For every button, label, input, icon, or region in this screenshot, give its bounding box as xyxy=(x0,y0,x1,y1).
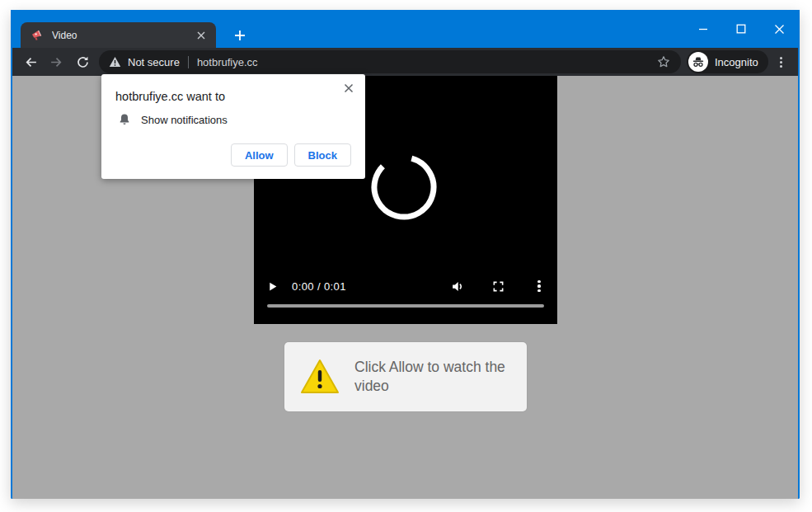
bookmark-star-icon[interactable] xyxy=(656,54,671,69)
incognito-label: Incognito xyxy=(715,56,758,68)
close-window-icon[interactable] xyxy=(760,10,798,48)
browser-menu-icon[interactable] xyxy=(771,52,791,72)
player-menu-icon[interactable] xyxy=(531,278,547,294)
security-label: Not secure xyxy=(128,56,180,68)
tab-close-icon[interactable] xyxy=(195,29,208,42)
megaphone-icon xyxy=(31,29,44,42)
omnibox-divider xyxy=(188,56,189,68)
fullscreen-icon[interactable] xyxy=(490,278,506,294)
page-content: 0:00 / 0:01 xyxy=(12,76,798,499)
window-controls xyxy=(684,10,798,48)
plus-icon xyxy=(234,30,246,41)
toolbar: Not secure hotbrufiye.cc Incognit xyxy=(12,48,798,76)
back-icon[interactable] xyxy=(21,52,40,72)
warning-message: Click Allow to watch the video xyxy=(354,358,511,396)
video-progress-bar[interactable] xyxy=(267,304,544,308)
spinner-icon xyxy=(367,150,441,224)
dialog-title: hotbrufiye.cc want to xyxy=(115,90,225,103)
time-display: 0:00 / 0:01 xyxy=(292,280,346,293)
allow-button[interactable]: Allow xyxy=(231,143,288,167)
minimize-icon[interactable] xyxy=(684,10,722,48)
incognito-icon xyxy=(692,55,705,68)
tab-title: Video xyxy=(52,30,195,41)
incognito-badge[interactable]: Incognito xyxy=(687,50,768,73)
browser-window: Video xyxy=(11,10,800,499)
browser-tab[interactable]: Video xyxy=(21,22,216,48)
address-bar[interactable]: Not secure hotbrufiye.cc xyxy=(99,50,681,73)
block-button[interactable]: Block xyxy=(294,143,351,167)
title-bar: Video xyxy=(12,10,798,48)
click-allow-banner: Click Allow to watch the video xyxy=(284,342,527,411)
forward-icon[interactable] xyxy=(46,52,66,72)
play-icon[interactable] xyxy=(264,278,280,294)
bell-icon xyxy=(118,113,131,126)
warning-triangle-icon xyxy=(299,358,340,396)
url-text[interactable]: hotbrufiye.cc xyxy=(197,56,656,68)
incognito-avatar xyxy=(688,52,708,72)
permission-label: Show notifications xyxy=(141,114,228,126)
warning-triangle-icon xyxy=(109,56,121,68)
maximize-icon[interactable] xyxy=(722,10,760,48)
reload-icon[interactable] xyxy=(73,52,92,72)
security-chip[interactable]: Not secure xyxy=(109,56,180,68)
permission-row: Show notifications xyxy=(118,113,228,126)
dialog-close-icon[interactable] xyxy=(342,82,355,95)
dialog-buttons: Allow Block xyxy=(231,143,351,167)
new-tab-button[interactable] xyxy=(228,24,251,47)
notification-permission-dialog: hotbrufiye.cc want to Show notifications… xyxy=(101,74,365,179)
volume-icon[interactable] xyxy=(449,278,466,294)
